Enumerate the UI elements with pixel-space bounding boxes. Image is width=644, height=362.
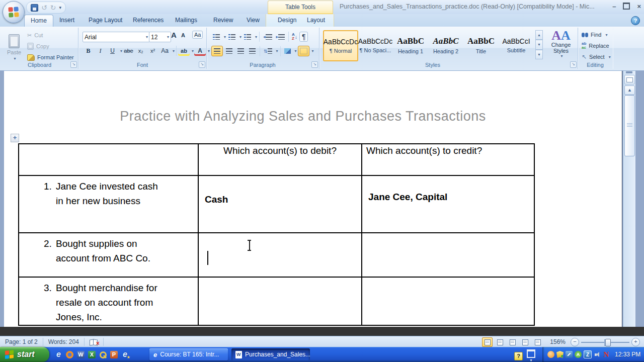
- clipboard-dialog-launcher[interactable]: ↘: [70, 61, 77, 68]
- style-heading-1[interactable]: AaBbC Heading 1: [393, 30, 428, 60]
- help-question-tray-icon[interactable]: ?: [514, 352, 523, 360]
- highlight-dropdown-icon[interactable]: ▾: [192, 49, 194, 53]
- transaction-cell[interactable]: 2. Bought supplies on account from ABC C…: [19, 233, 198, 277]
- justify-button[interactable]: [247, 46, 258, 56]
- help-icon[interactable]: ?: [631, 16, 640, 25]
- show-hide-pilcrow-button[interactable]: ¶: [299, 32, 308, 42]
- style-heading-2[interactable]: AaBbC Heading 2: [429, 30, 463, 60]
- volume-tray-icon[interactable]: [594, 351, 601, 358]
- tab-insert[interactable]: Insert: [53, 15, 80, 26]
- multilevel-list-button[interactable]: [243, 33, 253, 41]
- tab-mailings[interactable]: Mailings: [169, 15, 203, 26]
- credit-answer-cell[interactable]: [362, 233, 534, 277]
- taskbar-clock[interactable]: 12:33 PM: [615, 351, 640, 358]
- firefox-icon[interactable]: [65, 350, 74, 359]
- a-plus-tray-icon[interactable]: A: [575, 351, 582, 358]
- style-no-spacing[interactable]: AaBbCcDc ¶ No Spaci...: [358, 30, 392, 60]
- font-dialog-launcher[interactable]: ↘: [199, 61, 205, 68]
- orange-circle-tray-icon[interactable]: [547, 351, 554, 358]
- highlight-button[interactable]: ab: [178, 46, 190, 56]
- header-credit-cell[interactable]: Which account(s) to credit?: [362, 144, 534, 175]
- bullets-button[interactable]: [211, 33, 221, 41]
- full-screen-reading-view-button[interactable]: [495, 337, 505, 347]
- shading-dropdown-icon[interactable]: ▾: [295, 49, 297, 53]
- zoom-slider-thumb[interactable]: [605, 339, 611, 346]
- zoom-in-icon[interactable]: +: [631, 338, 640, 346]
- strikethrough-button[interactable]: abe: [123, 46, 134, 56]
- document-page[interactable]: Practice with Analyzing Sales and Purcha…: [4, 71, 622, 327]
- style-subtitle[interactable]: AaBbCcI Subtitle: [499, 30, 533, 60]
- style-normal[interactable]: AaBbCcDc ¶ Normal: [323, 30, 358, 61]
- proofing-errors-icon[interactable]: ×: [90, 339, 98, 345]
- vertical-scroll-thumb[interactable]: [624, 95, 635, 156]
- transaction-cell[interactable]: 1. Jane Cee invested cash in her new bus…: [19, 175, 198, 233]
- draft-view-button[interactable]: [532, 337, 543, 347]
- excel-icon[interactable]: X: [88, 350, 96, 359]
- tab-references[interactable]: References: [127, 15, 170, 26]
- align-left-button[interactable]: [211, 46, 223, 56]
- numbering-button[interactable]: [227, 33, 237, 41]
- select-button[interactable]: ↖ Select ▾: [582, 53, 611, 61]
- scroll-up-icon[interactable]: ▲: [624, 85, 635, 95]
- align-center-button[interactable]: [224, 46, 234, 56]
- word-icon[interactable]: W: [76, 350, 85, 359]
- debit-answer-cell[interactable]: [198, 233, 362, 277]
- borders-button[interactable]: [298, 46, 309, 56]
- tab-review[interactable]: Review: [207, 15, 239, 26]
- line-spacing-button[interactable]: ⇅: [262, 47, 274, 55]
- sort-button[interactable]: AZ ↓: [291, 32, 298, 42]
- internet-explorer-icon[interactable]: e: [54, 350, 63, 359]
- desktop-toolbar-icon[interactable]: ▾: [527, 349, 535, 362]
- borders-dropdown-icon[interactable]: ▾: [312, 49, 314, 53]
- decrease-indent-button[interactable]: ◂: [262, 33, 274, 41]
- copy-button[interactable]: Copy: [27, 42, 49, 51]
- align-right-button[interactable]: [235, 46, 246, 56]
- numbering-dropdown-icon[interactable]: ▾: [239, 35, 242, 39]
- header-blank-cell[interactable]: [19, 144, 198, 175]
- print-layout-view-button[interactable]: [482, 337, 493, 347]
- change-styles-button[interactable]: AA Change Styles ▾: [546, 30, 576, 58]
- tab-design[interactable]: Design: [272, 15, 302, 26]
- shield-tray-icon[interactable]: [556, 351, 564, 358]
- tab-layout[interactable]: Layout: [301, 15, 331, 26]
- shrink-font-button[interactable]: A: [181, 32, 185, 38]
- tab-view[interactable]: View: [240, 15, 266, 26]
- office-button[interactable]: [3, 1, 25, 23]
- cut-button[interactable]: ✂ Cut: [27, 31, 43, 40]
- tab-home[interactable]: Home: [24, 15, 53, 27]
- paste-button[interactable]: Paste ▾: [4, 30, 24, 65]
- multilevel-list-dropdown-icon[interactable]: ▾: [255, 35, 257, 39]
- gallery-more-icon[interactable]: ▼: [535, 50, 543, 59]
- find-button[interactable]: Find ▾: [582, 31, 607, 39]
- vertical-scrollbar[interactable]: ▲: [623, 71, 635, 327]
- debit-answer-cell[interactable]: [198, 277, 362, 325]
- underline-button[interactable]: U: [107, 46, 118, 56]
- clear-formatting-button[interactable]: Aa: [192, 31, 203, 39]
- restore-button[interactable]: [623, 3, 630, 10]
- start-button[interactable]: start: [0, 347, 49, 362]
- undo-icon[interactable]: ↺: [41, 4, 47, 11]
- ruler-toggle-button[interactable]: [624, 75, 635, 84]
- wrench-tray-icon[interactable]: [566, 351, 573, 358]
- replace-button[interactable]: abac Replace: [582, 42, 609, 50]
- font-family-combo[interactable]: Arial ▾: [83, 32, 150, 42]
- word-count[interactable]: Words: 204: [43, 338, 84, 346]
- zoom-slider[interactable]: [581, 338, 629, 346]
- zoom-level[interactable]: 156%: [550, 338, 566, 345]
- style-title[interactable]: AaBbC Title: [464, 30, 498, 60]
- key-utility-icon[interactable]: [99, 350, 107, 359]
- debit-answer-cell[interactable]: Cash: [198, 175, 362, 233]
- outline-view-button[interactable]: [520, 337, 530, 347]
- bullets-dropdown-icon[interactable]: ▾: [224, 35, 226, 39]
- gallery-down-icon[interactable]: ▼: [535, 40, 543, 49]
- shading-button[interactable]: [283, 47, 292, 55]
- bold-button[interactable]: B: [83, 46, 94, 56]
- styles-dialog-launcher[interactable]: ↘: [570, 61, 577, 68]
- format-painter-button[interactable]: Format Painter: [27, 53, 74, 62]
- taskbar-item-purchases[interactable]: Purchases_and_Sales...: [231, 348, 310, 360]
- italic-button[interactable]: I: [95, 46, 106, 56]
- taskbar-item-course[interactable]: e Course: BT 165: Intr...: [149, 348, 228, 360]
- header-debit-cell[interactable]: Which account(s) to debit?: [198, 144, 362, 175]
- underline-dropdown-icon[interactable]: ▾: [120, 49, 122, 53]
- increase-indent-button[interactable]: ▸: [275, 33, 287, 41]
